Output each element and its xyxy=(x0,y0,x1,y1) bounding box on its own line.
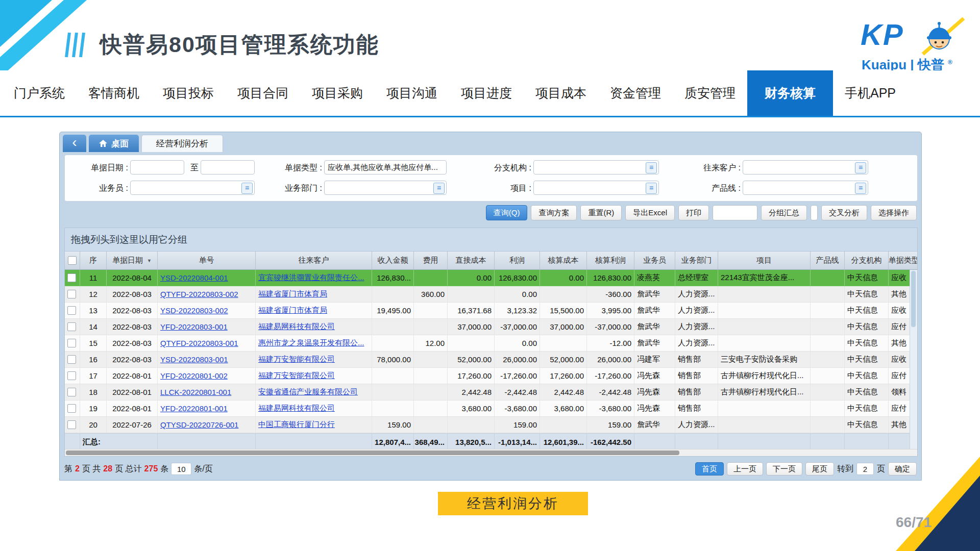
table-row[interactable]: 142022-08-03YFD-20220803-001福建易网科技有限公司37… xyxy=(65,319,918,335)
export-excel-button[interactable]: 导出Excel xyxy=(625,205,675,220)
reset-button[interactable]: 重置(R) xyxy=(580,205,622,220)
column-header-date[interactable]: 单据日期▼ xyxy=(107,252,158,269)
row-checkbox[interactable] xyxy=(67,339,76,347)
back-button[interactable]: ‹ xyxy=(63,135,86,152)
cell-link[interactable]: 福建省厦门市体育局 xyxy=(258,289,327,299)
row-checkbox[interactable] xyxy=(67,371,76,380)
group-summary-button[interactable]: 分组汇总 xyxy=(761,205,807,220)
row-checkbox[interactable] xyxy=(67,355,76,364)
nav-item-11[interactable]: 财务核算 xyxy=(747,70,833,116)
branch-input[interactable]: ≡ xyxy=(533,160,659,174)
column-header-dept[interactable]: 业务部门 xyxy=(675,252,718,269)
cell-link[interactable]: YFD-20220803-001 xyxy=(160,322,228,331)
goto-page-input[interactable]: 2 xyxy=(856,463,874,475)
lookup-icon[interactable]: ≡ xyxy=(646,162,657,173)
column-header-acct_profit[interactable]: 核算利润 xyxy=(587,252,634,269)
vertical-scrollbar[interactable] xyxy=(910,270,917,449)
nav-item-2[interactable]: 客情商机 xyxy=(77,70,151,116)
nav-item-1[interactable]: 门户系统 xyxy=(2,70,77,116)
row-checkbox[interactable] xyxy=(67,290,76,298)
nav-item-9[interactable]: 资金管理 xyxy=(598,70,673,116)
query-plan-button[interactable]: 查询方案 xyxy=(531,205,577,220)
next-page-button[interactable]: 下一页 xyxy=(766,462,802,475)
product-line-input[interactable]: ≡ xyxy=(743,181,868,195)
nav-item-5[interactable]: 项目采购 xyxy=(300,70,375,116)
column-header-doc_type[interactable]: 单据类型 xyxy=(889,252,918,269)
cell-link[interactable]: YSD-20220803-002 xyxy=(160,306,228,315)
nav-item-6[interactable]: 项目沟通 xyxy=(375,70,449,116)
column-header-doc_no[interactable]: 单号 xyxy=(158,252,256,269)
tab-desktop[interactable]: 桌面 xyxy=(89,135,139,152)
blank-input-box[interactable] xyxy=(713,205,757,220)
nav-item-10[interactable]: 质安管理 xyxy=(673,70,747,116)
sort-caret-icon[interactable]: ▼ xyxy=(147,258,152,263)
row-checkbox[interactable] xyxy=(67,322,76,331)
cell-link[interactable]: 宜宾骏继洪骝置业有限责任公... xyxy=(258,273,364,283)
last-page-button[interactable]: 尾页 xyxy=(805,462,834,475)
vertical-scrollbar-thumb[interactable] xyxy=(911,271,916,327)
column-header-product_line[interactable]: 产品线 xyxy=(811,252,845,269)
nav-item-12[interactable]: 手机APP xyxy=(833,70,908,116)
table-row[interactable]: 112022-08-04YSD-20220804-001宜宾骏继洪骝置业有限责任… xyxy=(65,270,918,286)
column-header-profit[interactable]: 利润 xyxy=(495,252,540,269)
table-row[interactable]: 162022-08-03YSD-20220803-001福建万安智能有限公司78… xyxy=(65,352,918,368)
cell-link[interactable]: 惠州市龙之泉温泉开发有限公... xyxy=(258,338,364,348)
cell-link[interactable]: LLCK-20220801-001 xyxy=(160,388,231,396)
column-header-project[interactable]: 项目 xyxy=(718,252,811,269)
doc-date-from-input[interactable] xyxy=(130,160,184,174)
tab-profit-analysis[interactable]: 经营利润分析 xyxy=(141,135,223,152)
table-row[interactable]: 172022-08-01YFD-20220801-002福建万安智能有限公司17… xyxy=(65,368,918,384)
table-row[interactable]: 192022-08-01YFD-20220801-001福建易网科技有限公司3,… xyxy=(65,400,918,417)
cell-link[interactable]: YFD-20220801-002 xyxy=(160,371,228,380)
row-checkbox[interactable] xyxy=(67,388,76,396)
lookup-icon[interactable]: ≡ xyxy=(433,183,445,194)
column-header-salesman[interactable]: 业务员 xyxy=(634,252,675,269)
nav-item-7[interactable]: 项目进度 xyxy=(449,70,524,116)
cell-link[interactable]: QTYFD-20220803-001 xyxy=(160,339,238,347)
cell-link[interactable]: 福建易网科技有限公司 xyxy=(258,404,335,413)
toolbar-spacer[interactable] xyxy=(811,205,818,220)
cell-link[interactable]: YSD-20220803-001 xyxy=(160,355,228,364)
lookup-icon[interactable]: ≡ xyxy=(855,162,866,173)
column-header-income[interactable]: 收入金额 xyxy=(372,252,414,269)
doc-type-input[interactable]: 应收单,其他应收单,其他应付单... xyxy=(324,160,447,174)
table-row[interactable]: 182022-08-01LLCK-20220801-001安徽省通信产业服务有限… xyxy=(65,384,918,400)
column-header-seq[interactable]: 序 xyxy=(80,252,107,269)
table-row[interactable]: 152022-08-03QTYFD-20220803-001惠州市龙之泉温泉开发… xyxy=(65,335,918,352)
cell-link[interactable]: QTYFD-20220803-002 xyxy=(160,290,238,298)
cell-link[interactable]: 安徽省通信产业服务有限公司 xyxy=(258,387,358,397)
customer-input[interactable]: ≡ xyxy=(743,160,868,174)
column-header-acct_cost[interactable]: 核算成本 xyxy=(540,252,587,269)
column-header-direct_cost[interactable]: 直接成本 xyxy=(448,252,495,269)
column-header-check[interactable] xyxy=(65,252,80,269)
nav-item-3[interactable]: 项目投标 xyxy=(151,70,226,116)
cell-link[interactable]: YFD-20220801-001 xyxy=(160,404,228,413)
horizontal-scrollbar[interactable] xyxy=(65,449,917,456)
cell-link[interactable]: 福建省厦门市体育局 xyxy=(258,306,327,315)
print-button[interactable]: 打印 xyxy=(678,205,709,220)
horizontal-scrollbar-thumb[interactable] xyxy=(66,450,679,455)
nav-item-4[interactable]: 项目合同 xyxy=(226,70,300,116)
cell-link[interactable]: 中国工商银行厦门分行 xyxy=(258,420,335,430)
header-checkbox[interactable] xyxy=(68,256,77,265)
select-operation-button[interactable]: 选择操作 xyxy=(871,205,917,220)
row-checkbox[interactable] xyxy=(67,404,76,413)
cell-link[interactable]: YSD-20220804-001 xyxy=(160,273,228,282)
cross-analysis-button[interactable]: 交叉分析 xyxy=(821,205,867,220)
table-row[interactable]: 132022-08-03YSD-20220803-002福建省厦门市体育局19,… xyxy=(65,303,918,319)
lookup-icon[interactable]: ≡ xyxy=(241,183,253,194)
lookup-icon[interactable]: ≡ xyxy=(646,183,657,194)
first-page-button[interactable]: 首页 xyxy=(695,462,724,475)
group-by-bar[interactable]: 拖拽列头到这里以用它分组 xyxy=(65,228,917,252)
lookup-icon[interactable]: ≡ xyxy=(855,183,866,194)
row-checkbox[interactable] xyxy=(67,273,76,282)
cell-link[interactable]: 福建易网科技有限公司 xyxy=(258,322,335,332)
salesman-input[interactable]: ≡ xyxy=(130,181,255,195)
confirm-button[interactable]: 确定 xyxy=(888,462,917,475)
doc-date-to-input[interactable] xyxy=(201,160,255,174)
cell-link[interactable]: 福建万安智能有限公司 xyxy=(258,371,335,381)
dept-input[interactable]: ≡ xyxy=(324,181,447,195)
row-checkbox[interactable] xyxy=(67,306,76,315)
table-row[interactable]: 202022-07-26QTYSD-20220726-001中国工商银行厦门分行… xyxy=(65,417,918,433)
column-header-expense[interactable]: 费用 xyxy=(414,252,448,269)
